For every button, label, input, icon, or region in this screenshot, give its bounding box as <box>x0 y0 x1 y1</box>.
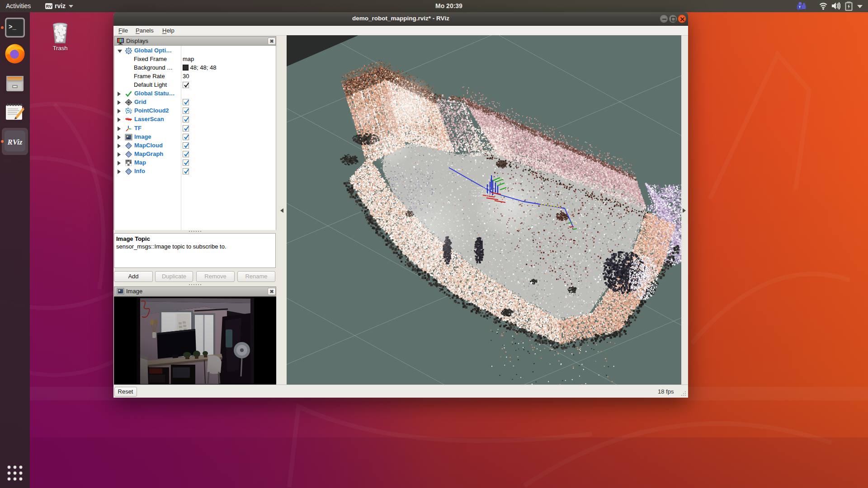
svg-text:T: T <box>799 5 801 9</box>
svg-text:RViz: RViz <box>7 138 23 146</box>
svg-text:>_: >_ <box>9 23 16 31</box>
svg-text:RV: RV <box>46 4 52 9</box>
